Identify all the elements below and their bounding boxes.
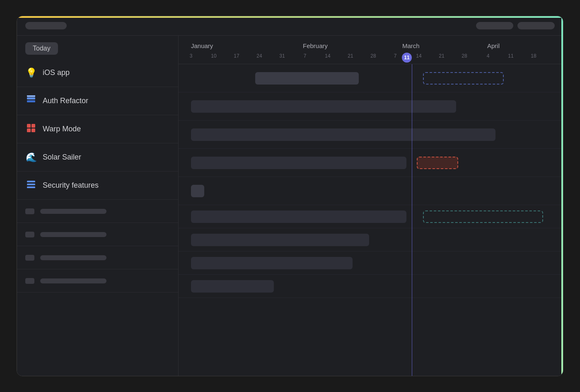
week-17: 17 xyxy=(230,53,243,59)
ph3-icon xyxy=(25,255,34,261)
solar-sailer-bar-2 xyxy=(417,157,458,169)
gantt-row-auth-refactor xyxy=(179,92,563,121)
top-bar xyxy=(17,16,563,36)
security-features-bar xyxy=(191,185,204,197)
week-mar7: 7 xyxy=(389,53,401,59)
sidebar-item-auth-refactor[interactable]: Auth Refactor xyxy=(17,87,178,115)
week-mar11-today: 11 xyxy=(402,53,412,63)
main-area: Today 💡 iOS app Auth Refactor xyxy=(17,36,563,376)
ph1-text xyxy=(40,209,106,214)
week-apr18: 18 xyxy=(527,53,540,59)
sidebar-placeholder-1 xyxy=(17,200,178,223)
week-31: 31 xyxy=(276,53,288,59)
week-24: 24 xyxy=(253,53,266,59)
svg-rect-7 xyxy=(27,181,35,182)
sidebar-header: Today xyxy=(17,36,178,59)
week-apr4: 4 xyxy=(482,53,494,59)
svg-rect-4 xyxy=(31,124,35,128)
ph3-text xyxy=(40,255,106,260)
svg-rect-3 xyxy=(27,124,31,128)
ph4-text xyxy=(40,278,106,283)
gantt-row-ph4 xyxy=(179,275,563,298)
week-apr11: 11 xyxy=(505,53,517,59)
svg-rect-2 xyxy=(27,95,35,97)
week-3: 3 xyxy=(185,53,197,59)
gantt-row-ios-app xyxy=(179,64,563,92)
month-january: January xyxy=(191,42,213,49)
gantt-row-ph2 xyxy=(179,228,563,252)
top-bar-left-pill xyxy=(25,22,67,29)
week-mar21: 21 xyxy=(435,53,448,59)
month-february: February xyxy=(303,42,328,49)
ph4-icon xyxy=(25,278,34,284)
week-feb7: 7 xyxy=(299,53,311,59)
sidebar-item-security-features[interactable]: Security features xyxy=(17,172,178,200)
top-bar-left xyxy=(25,22,67,29)
ph2-bar xyxy=(191,234,369,246)
gantt-area: January February March April 3 10 17 24 … xyxy=(179,36,563,376)
week-mar28: 28 xyxy=(458,53,471,59)
svg-rect-6 xyxy=(31,128,35,132)
svg-rect-5 xyxy=(27,128,31,132)
sidebar-placeholder-2 xyxy=(17,223,178,246)
auth-refactor-label: Auth Refactor xyxy=(43,97,88,105)
app-window: Today 💡 iOS app Auth Refactor xyxy=(17,16,563,376)
auth-refactor-bar xyxy=(191,100,456,113)
svg-rect-0 xyxy=(27,97,35,99)
sidebar-item-warp-mode[interactable]: Warp Mode xyxy=(17,115,178,143)
today-button[interactable]: Today xyxy=(25,42,58,55)
sidebar-item-solar-sailer[interactable]: 🌊 Solar Sailer xyxy=(17,143,178,172)
week-row: 3 10 17 24 31 7 14 21 28 7 11 14 21 28 4… xyxy=(179,51,563,64)
gantt-header: January February March April 3 10 17 24 … xyxy=(179,36,563,64)
gantt-row-ph1 xyxy=(179,205,563,228)
sidebar-placeholder-3 xyxy=(17,246,178,269)
svg-rect-1 xyxy=(27,100,35,102)
ph1-icon xyxy=(25,208,34,214)
sidebar: Today 💡 iOS app Auth Refactor xyxy=(17,36,179,376)
week-mar14: 14 xyxy=(413,53,425,59)
svg-rect-8 xyxy=(27,184,35,185)
gantt-row-solar-sailer xyxy=(179,149,563,177)
solar-sailer-icon: 🌊 xyxy=(25,152,37,163)
top-bar-right xyxy=(476,22,555,29)
week-10: 10 xyxy=(208,53,220,59)
sidebar-placeholder-4 xyxy=(17,269,178,293)
ios-app-bar-1 xyxy=(255,72,359,85)
ph3-bar xyxy=(191,257,353,269)
auth-refactor-icon xyxy=(25,95,37,107)
solar-sailer-label: Solar Sailer xyxy=(43,153,81,162)
ph2-text xyxy=(40,232,106,237)
top-bar-right-pill-1 xyxy=(476,22,513,29)
today-line xyxy=(412,64,412,376)
ph1-bar-2 xyxy=(423,211,543,223)
ph2-icon xyxy=(25,232,34,237)
month-march: March xyxy=(402,42,420,49)
week-feb14: 14 xyxy=(321,53,334,59)
svg-rect-9 xyxy=(27,186,35,188)
gantt-row-warp-mode xyxy=(179,121,563,149)
gantt-body xyxy=(179,64,563,376)
warp-mode-icon xyxy=(25,123,37,135)
sidebar-item-ios-app[interactable]: 💡 iOS app xyxy=(17,59,178,87)
week-feb28: 28 xyxy=(367,53,379,59)
ios-app-label: iOS app xyxy=(43,68,70,77)
ios-app-icon: 💡 xyxy=(25,68,37,78)
security-features-icon xyxy=(25,180,37,191)
top-bar-right-pill-2 xyxy=(517,22,555,29)
ios-app-bar-2 xyxy=(423,72,504,85)
month-row: January February March April xyxy=(179,36,563,51)
warp-mode-label: Warp Mode xyxy=(43,125,81,133)
ph4-bar xyxy=(191,280,274,293)
security-features-label: Security features xyxy=(43,181,99,190)
ph1-bar-1 xyxy=(191,211,406,223)
week-feb21: 21 xyxy=(344,53,357,59)
month-april: April xyxy=(487,42,500,49)
gantt-row-ph3 xyxy=(179,252,563,275)
solar-sailer-bar-1 xyxy=(191,157,406,169)
gantt-row-security-features xyxy=(179,177,563,205)
warp-mode-bar xyxy=(191,128,495,141)
